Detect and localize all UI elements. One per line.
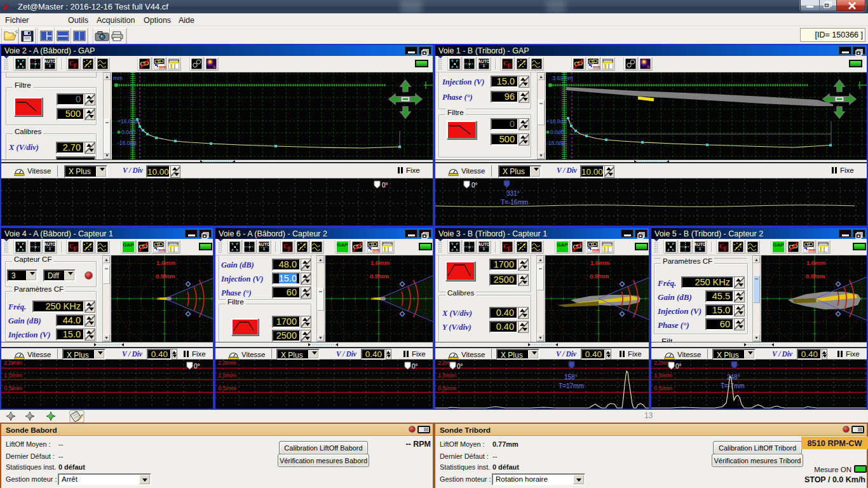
- svg-text:0.5mm: 0.5mm: [218, 384, 236, 391]
- svg-text:1.0mm: 1.0mm: [4, 372, 22, 379]
- svg-text:AUTO: AUTO: [44, 242, 55, 247]
- svg-text:GAP: GAP: [337, 242, 348, 248]
- svg-text:AUTO: AUTO: [478, 59, 489, 64]
- svg-text:GAP: GAP: [123, 242, 134, 248]
- svg-text:F: F: [74, 245, 78, 252]
- svg-text:1.0mm: 1.0mm: [654, 372, 672, 379]
- svg-text:0°: 0°: [382, 182, 388, 189]
- svg-text:F: F: [508, 245, 512, 252]
- svg-text:248°: 248°: [727, 374, 740, 381]
- svg-text:0.0dB: 0.0dB: [550, 129, 565, 135]
- svg-text:0.0dB: 0.0dB: [121, 129, 136, 135]
- svg-text:1.0mm: 1.0mm: [218, 372, 236, 379]
- svg-text:T=17mm: T=17mm: [559, 383, 584, 390]
- svg-text:2.0mm: 2.0mm: [218, 360, 236, 366]
- svg-text:1.0mm: 1.0mm: [806, 259, 825, 266]
- svg-text:T=-16mm: T=-16mm: [501, 199, 528, 206]
- svg-text:AUTO: AUTO: [258, 242, 269, 247]
- svg-text:3.69mm: 3.69mm: [552, 75, 573, 81]
- svg-text:0.5mm: 0.5mm: [654, 384, 672, 391]
- svg-text:1.0mm: 1.0mm: [590, 259, 609, 266]
- svg-text:+16.0dB: +16.0dB: [118, 118, 138, 125]
- svg-text:0°: 0°: [457, 363, 463, 370]
- svg-text:0°: 0°: [675, 363, 682, 370]
- svg-text:0.5mm: 0.5mm: [438, 384, 456, 391]
- svg-text:1.0mm: 1.0mm: [370, 259, 390, 266]
- svg-text:0°: 0°: [412, 363, 418, 370]
- svg-text:F: F: [508, 62, 512, 69]
- svg-text:2.0mm: 2.0mm: [4, 360, 22, 366]
- svg-text:0.5mm: 0.5mm: [806, 273, 825, 280]
- svg-text:AUTO: AUTO: [478, 242, 489, 247]
- svg-text:-16.0dB: -16.0dB: [546, 140, 566, 146]
- svg-text:mm: mm: [592, 247, 600, 252]
- svg-text:0.5mm: 0.5mm: [156, 273, 175, 280]
- svg-text:mm: mm: [159, 64, 166, 69]
- svg-text:AUTO: AUTO: [694, 242, 705, 247]
- svg-text:0°: 0°: [471, 182, 478, 189]
- svg-text:F: F: [288, 245, 292, 252]
- svg-text:GAP: GAP: [557, 242, 568, 248]
- svg-text:AUTO: AUTO: [44, 59, 55, 64]
- svg-text:-16.0dB: -16.0dB: [118, 140, 137, 146]
- svg-text:1.0mm: 1.0mm: [438, 372, 456, 379]
- svg-text:0.5mm: 0.5mm: [4, 384, 22, 391]
- svg-text:mm: mm: [808, 247, 816, 252]
- svg-text:mm: mm: [158, 247, 166, 252]
- svg-text:GAP: GAP: [773, 242, 784, 248]
- svg-text:mm: mm: [372, 247, 380, 252]
- svg-text:0.5mm: 0.5mm: [370, 273, 389, 280]
- svg-text:158°: 158°: [564, 374, 578, 381]
- svg-text:0°: 0°: [194, 363, 200, 370]
- svg-text:mm: mm: [113, 75, 123, 81]
- svg-text:F: F: [724, 245, 728, 252]
- svg-text:F: F: [74, 62, 78, 69]
- svg-text:1.0mm: 1.0mm: [156, 259, 175, 266]
- svg-text:+16.0dB: +16.0dB: [546, 118, 567, 125]
- svg-text:mm: mm: [593, 64, 600, 69]
- svg-text:331°: 331°: [506, 190, 520, 197]
- svg-text:0.5mm: 0.5mm: [590, 273, 609, 280]
